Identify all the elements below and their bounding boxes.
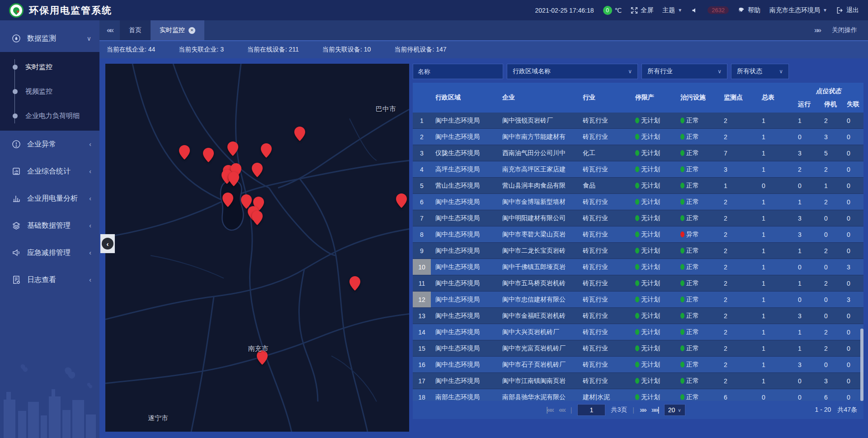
table-row[interactable]: 17 阆中生态环境局 阆中市江南镇阆南页岩 砖瓦行业 无计划 正常 2 1 0 …: [413, 373, 863, 389]
map-pin-icon[interactable]: [252, 211, 263, 225]
row-company: 阆中千佛镇五郎垭页岩: [498, 259, 578, 275]
fullscreen-icon: [631, 7, 638, 14]
tabs-scroll-left-button[interactable]: ««: [99, 26, 120, 35]
row-limit-status: 无计划: [631, 194, 676, 210]
table-row[interactable]: 10 阆中生态环境局 阆中千佛镇五郎垭页岩 砖瓦行业 无计划 正常 2 1 0 …: [413, 259, 863, 275]
map-pin-icon[interactable]: [203, 148, 214, 162]
table-row[interactable]: 16 阆中生态环境局 阆中市石子页岩机砖厂 砖瓦行业 无计划 正常 2 1 3 …: [413, 357, 863, 373]
map-pin-icon[interactable]: [294, 127, 305, 141]
table-body: 1 阆中生态环境局 阆中强锐页岩砖厂 砖瓦行业 无计划 正常 2 1 1 2 0…: [413, 113, 863, 401]
logout-button[interactable]: 退出: [836, 6, 859, 14]
table-row[interactable]: 14 阆中生态环境局 阆中大兴页岩机砖厂 砖瓦行业 无计划 正常 2 1 1 2…: [413, 324, 863, 340]
sidebar: 数据监测 ∨ 实时监控 视频监控 企业电力负荷明细: [0, 20, 99, 438]
region-select[interactable]: 行政区域名称∨: [507, 64, 638, 79]
map-panel[interactable]: 巴中市南充市遂宁市: [105, 64, 409, 432]
row-running: 3: [793, 145, 820, 161]
map-pin-icon[interactable]: [349, 276, 360, 291]
table-row[interactable]: 8 阆中生态环境局 阆中市枣碧大梁山页岩 砖瓦行业 无计划 异常 2 1 3 0…: [413, 226, 863, 243]
row-points: 2: [719, 210, 757, 226]
status-dot-icon: [635, 199, 639, 205]
status-dot-icon: [680, 134, 684, 140]
map-pin-icon[interactable]: [252, 163, 263, 177]
next-page-button[interactable]: »»: [640, 406, 646, 414]
row-points: 3: [719, 161, 757, 177]
map-pin-icon[interactable]: [222, 193, 233, 207]
row-index: 8: [413, 226, 431, 242]
row-company: 阆中市忠信建材有限公: [498, 292, 578, 307]
table-row[interactable]: 4 高坪生态环境局 南充市高坪区王家店建 砖瓦行业 无计划 正常 3 1 2 2…: [413, 161, 863, 178]
user-dropdown[interactable]: 南充市生态环境局▼: [769, 6, 827, 14]
sidebar-item-log-view[interactable]: 日志查看 ‹: [0, 266, 99, 293]
sidebar-item-power-load-detail[interactable]: 企业电力负荷明细: [0, 104, 99, 128]
map-pin-icon[interactable]: [396, 193, 407, 208]
status-dot-icon: [680, 313, 684, 319]
tab-realtime-monitor[interactable]: 实时监控 ✕: [151, 20, 204, 40]
status-dot-icon: [680, 166, 684, 172]
sidebar-collapse-button[interactable]: ‹: [100, 234, 115, 253]
theme-dropdown[interactable]: 主题▼: [662, 6, 682, 14]
table-row[interactable]: 11 阆中生态环境局 阆中市五马桥页岩机砖 砖瓦行业 无计划 正常 2 1 1 …: [413, 275, 863, 292]
table-row[interactable]: 13 阆中生态环境局 阆中市金福旺页岩机砖 砖瓦行业 无计划 正常 2 1 3 …: [413, 308, 863, 324]
close-operations-button[interactable]: 关闭操作: [832, 26, 857, 34]
sidebar-item-realtime-monitor[interactable]: 实时监控: [0, 55, 99, 79]
chevron-down-icon: ∨: [717, 68, 722, 75]
row-industry: 化工: [578, 145, 631, 161]
sidebar-item-enterprise-statistics[interactable]: 企业综合统计 ‹: [0, 158, 99, 185]
tab-close-icon[interactable]: ✕: [189, 27, 195, 34]
table-row[interactable]: 12 阆中生态环境局 阆中市忠信建材有限公 砖瓦行业 无计划 正常 2 1 0 …: [413, 292, 863, 308]
prev-page-button[interactable]: ««: [559, 406, 565, 414]
row-offline: 0: [842, 194, 863, 210]
page-number-input[interactable]: [577, 404, 605, 416]
status-dot-icon: [635, 231, 639, 237]
row-stopped: 2: [820, 194, 842, 210]
row-offline: 0: [842, 308, 863, 324]
table-row[interactable]: 3 仪陇生态环境局 西南油气田分公司川中 化工 无计划 正常 7 1 3 5 0: [413, 145, 863, 161]
table-row[interactable]: 9 阆中生态环境局 阆中市二龙长宝页岩砖 砖瓦行业 无计划 正常 2 1 1 2…: [413, 243, 863, 259]
sidebar-item-enterprise-abnormal[interactable]: 企业异常 ‹: [0, 131, 99, 158]
tab-home[interactable]: 首页: [120, 20, 151, 40]
status-dot-icon: [680, 378, 684, 384]
table-row[interactable]: 6 阆中生态环境局 阆中市金博瑞新型墙材 砖瓦行业 无计划 正常 2 1 1 2…: [413, 194, 863, 210]
sidebar-item-video-monitor[interactable]: 视频监控: [0, 79, 99, 104]
table-row[interactable]: 5 营山生态环境局 营山县润丰肉食品有限 食品 无计划 正常 1 0 0 1 0: [413, 178, 863, 194]
table-scrollbar[interactable]: [860, 329, 863, 401]
sidebar-item-power-analysis[interactable]: 企业用电量分析 ‹: [0, 185, 99, 212]
tabs-scroll-right-button[interactable]: »»: [814, 26, 820, 35]
mute-button[interactable]: [691, 7, 698, 14]
row-stopped: 2: [820, 243, 842, 259]
row-stopped: 6: [820, 389, 842, 401]
row-limit-status: 无计划: [631, 129, 676, 145]
col-header-offline: 失联: [842, 96, 863, 113]
status-select[interactable]: 所有状态∨: [731, 64, 789, 79]
status-dot-icon: [680, 329, 684, 335]
row-industry: 砖瓦行业: [578, 210, 631, 226]
row-region: 阆中生态环境局: [431, 210, 498, 226]
row-region: 高坪生态环境局: [431, 161, 498, 177]
page-size-select[interactable]: 20∨: [664, 404, 685, 416]
table-row[interactable]: 1 阆中生态环境局 阆中强锐页岩砖厂 砖瓦行业 无计划 正常 2 1 1 2 0: [413, 113, 863, 129]
first-page-button[interactable]: |««: [546, 406, 553, 414]
row-meters: 1: [757, 243, 793, 259]
table-row[interactable]: 2 阆中生态环境局 阆中市南方节能建材有 砖瓦行业 无计划 正常 2 1 0 3…: [413, 129, 863, 145]
name-search-input[interactable]: [413, 64, 503, 79]
map-pin-icon[interactable]: [261, 143, 272, 158]
sidebar-item-emergency-reduction[interactable]: 应急减排管理 ‹: [0, 239, 99, 266]
map-pin-icon[interactable]: [179, 145, 190, 160]
industry-select[interactable]: 所有行业∨: [642, 64, 727, 79]
fullscreen-button[interactable]: 全屏: [631, 6, 653, 14]
table-row[interactable]: 15 阆中生态环境局 阆中市光富页岩机砖厂 砖瓦行业 无计划 正常 2 1 1 …: [413, 340, 863, 357]
help-button[interactable]: 帮助: [738, 6, 760, 14]
row-index: 12: [413, 292, 431, 307]
row-points: 2: [719, 308, 757, 324]
sidebar-item-data-monitoring[interactable]: 数据监测 ∨: [0, 25, 99, 52]
last-page-button[interactable]: »»|: [651, 406, 659, 414]
row-index: 15: [413, 340, 431, 356]
table-row[interactable]: 7 阆中生态环境局 阆中明阳建材有限公司 砖瓦行业 无计划 正常 2 1 3 0…: [413, 210, 863, 226]
table-row[interactable]: 18 南部生态环境局 南部县驰华水泥有限公 建材|水泥 无计划 正常 6 0 0…: [413, 389, 863, 401]
notifications-button[interactable]: 2632: [708, 6, 729, 14]
map-pin-icon[interactable]: [227, 141, 238, 156]
row-company: 阆中市金福旺页岩机砖: [498, 308, 578, 324]
map-pin-icon[interactable]: [228, 172, 239, 186]
row-stopped: 3: [820, 373, 842, 389]
sidebar-item-base-data[interactable]: 基础数据管理 ‹: [0, 212, 99, 239]
